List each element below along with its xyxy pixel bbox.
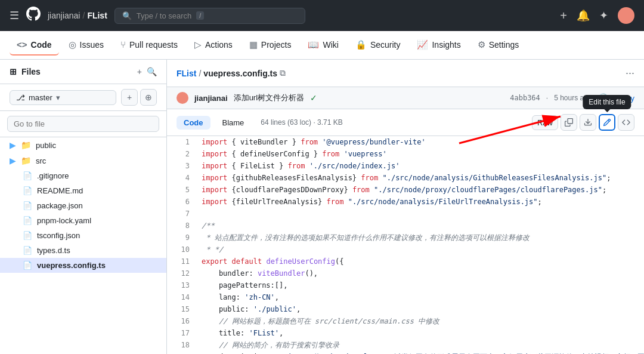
nav-insights-label: Insights <box>432 40 460 50</box>
branch-name: master <box>29 93 52 102</box>
tree-item-label: package.json <box>37 201 83 210</box>
nav-issues[interactable]: ◎ Issues <box>61 35 111 56</box>
commit-message: 添加url树文件分析器 <box>234 93 304 103</box>
add-branch-btn[interactable]: + <box>121 89 138 106</box>
line-content: export default defineUserConfig({ <box>197 256 644 267</box>
nav-settings[interactable]: ⚙ Settings <box>470 35 527 56</box>
code-line: 6import {fileUrlTreeAnalysis} from "./sr… <box>167 196 644 208</box>
tree-item-public[interactable]: ▶ 📁 public <box>0 137 166 153</box>
line-content: import {cloudflarePagesDDownProxy} from … <box>197 184 644 196</box>
raw-button[interactable]: Raw <box>532 115 558 130</box>
security-icon: 🔒 <box>355 39 367 50</box>
goto-file-input[interactable] <box>7 116 159 132</box>
sidebar-header-icons: + 🔍 <box>137 67 157 76</box>
nav-code[interactable]: <> Code <box>10 35 59 56</box>
line-content: * 站点配置文件，没有注释的选项如果不知道作什么作用不建议修改，有注释的选项可以… <box>197 232 644 244</box>
github-logo[interactable] <box>26 7 41 24</box>
branch-icon: ⎇ <box>16 93 25 102</box>
line-content: import { defineUserConfig } from 'vuepre… <box>197 148 644 160</box>
copilot-icon[interactable]: ✦ <box>599 9 608 22</box>
history-button[interactable]: 🕐 History <box>598 93 634 103</box>
topbar-search[interactable]: 🔍 Type / to search / <box>114 8 305 24</box>
tree-item-tsconfig[interactable]: 📄 tsconfig.json <box>0 228 166 243</box>
breadcrumb-filename: vuepress.config.ts <box>203 69 277 78</box>
breadcrumb-repo[interactable]: FList <box>177 69 196 78</box>
nav-insights[interactable]: 📈 Insights <box>410 35 467 56</box>
tree-item-package[interactable]: 📄 package.json <box>0 198 166 213</box>
tree-item-readme[interactable]: 📄 README.md <box>0 183 166 198</box>
nav-wiki[interactable]: 📖 Wiki <box>301 35 345 56</box>
nav-security[interactable]: 🔒 Security <box>348 35 408 56</box>
code-line: 1import { viteBundler } from '@vuepress/… <box>167 136 644 148</box>
commit-author-name[interactable]: jianjianai <box>194 94 228 103</box>
file-icon: 📄 <box>23 261 32 270</box>
search-shortcut: / <box>196 11 204 20</box>
line-number: 9 <box>167 232 197 244</box>
line-number: 10 <box>167 244 197 256</box>
tree-item-pnpm[interactable]: 📄 pnpm-lock.yaml <box>0 213 166 228</box>
tree-item-types[interactable]: 📄 types.d.ts <box>0 243 166 258</box>
edit-file-button[interactable] <box>599 114 615 131</box>
avatar[interactable] <box>618 7 634 24</box>
tab-code[interactable]: Code <box>177 116 210 130</box>
edit-button-wrapper: Edit this file <box>599 114 615 131</box>
issues-icon: ◎ <box>69 39 76 50</box>
tree-item-label: types.d.ts <box>37 246 70 255</box>
topbar-user-link[interactable]: jianjianai <box>48 11 80 20</box>
line-number: 3 <box>167 160 197 172</box>
commit-time: · <box>546 94 548 102</box>
code-line: 17 title: 'FList', <box>167 327 644 339</box>
copy-path-icon[interactable]: ⧉ <box>280 68 286 78</box>
nav-pullrequests-label: Pull requests <box>129 40 178 50</box>
search-branch-btn[interactable]: ⊕ <box>140 89 157 106</box>
notifications-icon[interactable]: 🔔 <box>577 9 590 22</box>
nav-actions[interactable]: ▷ Actions <box>187 35 240 56</box>
nav-security-label: Security <box>370 40 401 50</box>
topbar-repo-link[interactable]: FList <box>87 11 107 20</box>
nav-pull-requests[interactable]: ⑂ Pull requests <box>113 35 185 56</box>
sidebar: ⊞ Files + 🔍 ⎇ master ▾ + ⊕ ▶ <box>0 60 167 354</box>
branch-dropdown[interactable]: ⎇ master ▾ <box>10 90 116 105</box>
nav-issues-label: Issues <box>80 40 104 50</box>
add-button[interactable]: + <box>560 9 567 23</box>
tree-item-vuepress-config[interactable]: 📄 vuepress.config.ts <box>0 258 166 273</box>
tree-item-label: .gitignore <box>37 171 69 180</box>
breadcrumb-sep: / <box>82 11 85 20</box>
line-content: import {fileUrlTreeAnalysis} from "./src… <box>197 196 644 208</box>
nav-code-label: Code <box>31 40 52 50</box>
tooltip-arrow <box>604 109 610 112</box>
code-line: 8/** <box>167 220 644 232</box>
add-file-icon[interactable]: + <box>137 67 142 76</box>
file-icon: 📄 <box>23 201 32 210</box>
line-number: 1 <box>167 136 197 148</box>
search-files-icon[interactable]: 🔍 <box>147 67 157 76</box>
tab-blame[interactable]: Blame <box>215 116 252 130</box>
tree-item-src[interactable]: ▶ 📁 src <box>0 153 166 168</box>
commit-hash[interactable]: 4abb364 <box>510 94 540 102</box>
download-button[interactable] <box>580 114 596 131</box>
navbar: <> Code ◎ Issues ⑂ Pull requests ▷ Actio… <box>0 31 644 60</box>
kebab-menu-button[interactable]: ··· <box>626 67 634 79</box>
settings-icon: ⚙ <box>478 39 485 50</box>
copy-raw-button[interactable] <box>561 114 577 131</box>
search-icon: 🔍 <box>122 11 132 20</box>
file-icon: 📄 <box>23 216 32 225</box>
line-content: public: './public', <box>197 303 644 315</box>
code-meta: 64 lines (63 loc) · 3.71 KB <box>261 118 342 127</box>
line-number: 6 <box>167 196 197 208</box>
branch-selector: ⎇ master ▾ + ⊕ <box>0 84 166 111</box>
code-line: 19 description: 'FList - 将 GitHub Releas… <box>167 351 644 354</box>
tree-item-gitignore[interactable]: 📄 .gitignore <box>0 168 166 183</box>
wiki-icon: 📖 <box>308 39 319 50</box>
code-line: 7 <box>167 208 644 220</box>
symbols-button[interactable] <box>618 114 634 131</box>
line-number: 13 <box>167 279 197 291</box>
hamburger-menu[interactable]: ☰ <box>10 9 19 22</box>
nav-projects[interactable]: ▦ Projects <box>242 35 299 56</box>
file-icon: 📄 <box>23 246 32 255</box>
code-view[interactable]: 1import { viteBundler } from '@vuepress/… <box>167 136 644 354</box>
code-line: 5import {cloudflarePagesDDownProxy} from… <box>167 184 644 196</box>
line-number: 14 <box>167 291 197 303</box>
line-number: 19 <box>167 351 197 354</box>
line-number: 18 <box>167 339 197 351</box>
